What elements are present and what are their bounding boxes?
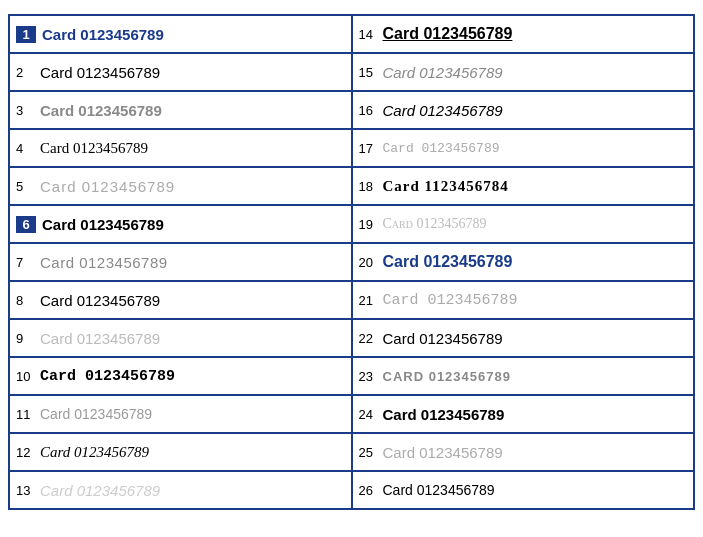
card-font-sample: Card 0123456789 (40, 482, 160, 499)
list-item: 3Card 0123456789 (10, 92, 353, 130)
card-font-sample: Card 0123456789 (383, 444, 503, 461)
card-font-sample: Card 0123456789 (383, 141, 500, 156)
item-number: 1 (16, 26, 36, 43)
list-item: 7Card 0123456789 (10, 244, 353, 282)
item-number: 19 (359, 217, 377, 232)
item-number: 5 (16, 179, 34, 194)
item-number: 14 (359, 27, 377, 42)
item-number: 6 (16, 216, 36, 233)
list-item: 2Card 0123456789 (10, 54, 353, 92)
card-font-sample: Card 0123456789 (40, 406, 152, 422)
item-number: 23 (359, 369, 377, 384)
card-font-sample: Card 0123456789 (40, 64, 160, 81)
list-item: 18Card 1123456784 (353, 168, 696, 206)
list-item: 13Card 0123456789 (10, 472, 353, 510)
list-item: 6Card 0123456789 (10, 206, 353, 244)
list-item: 19Card 0123456789 (353, 206, 696, 244)
list-item: 9Card 0123456789 (10, 320, 353, 358)
list-item: 10Card 0123456789 (10, 358, 353, 396)
list-item: 11Card 0123456789 (10, 396, 353, 434)
item-number: 21 (359, 293, 377, 308)
card-font-sample: Card 0123456789 (40, 178, 175, 195)
list-item: 20Card 0123456789 (353, 244, 696, 282)
item-number: 16 (359, 103, 377, 118)
card-font-sample: Card 1123456784 (383, 178, 509, 195)
list-item: 17Card 0123456789 (353, 130, 696, 168)
list-item: 8Card 0123456789 (10, 282, 353, 320)
list-item: 25Card 0123456789 (353, 434, 696, 472)
item-number: 17 (359, 141, 377, 156)
list-item: 26Card 0123456789 (353, 472, 696, 510)
font-grid: 1Card 012345678914Card 01234567892Card 0… (8, 14, 695, 510)
card-font-sample: Card 0123456789 (42, 216, 164, 233)
card-font-sample: Card 0123456789 (40, 254, 168, 271)
card-font-sample: Card 0123456789 (383, 64, 503, 81)
list-item: 14Card 0123456789 (353, 16, 696, 54)
card-font-sample: Card 0123456789 (40, 292, 160, 309)
card-font-sample: Card 0123456789 (383, 25, 513, 43)
list-item: 15Card 0123456789 (353, 54, 696, 92)
item-number: 9 (16, 331, 34, 346)
list-item: 1Card 0123456789 (10, 16, 353, 54)
item-number: 15 (359, 65, 377, 80)
item-number: 3 (16, 103, 34, 118)
card-font-sample: Card 0123456789 (383, 292, 518, 309)
list-item: 23CARD 0123456789 (353, 358, 696, 396)
card-font-sample: CARD 0123456789 (383, 369, 511, 384)
list-item: 4Card 0123456789 (10, 130, 353, 168)
card-font-sample: Card 0123456789 (40, 368, 175, 385)
card-font-sample: Card 0123456789 (40, 330, 160, 347)
item-number: 25 (359, 445, 377, 460)
card-font-sample: Card 0123456789 (383, 406, 505, 423)
list-item: 21Card 0123456789 (353, 282, 696, 320)
item-number: 7 (16, 255, 34, 270)
card-font-sample: Card 0123456789 (383, 330, 503, 347)
item-number: 10 (16, 369, 34, 384)
list-item: 16Card 0123456789 (353, 92, 696, 130)
list-item: 5Card 0123456789 (10, 168, 353, 206)
item-number: 2 (16, 65, 34, 80)
item-number: 4 (16, 141, 34, 156)
item-number: 20 (359, 255, 377, 270)
item-number: 24 (359, 407, 377, 422)
list-item: 22Card 0123456789 (353, 320, 696, 358)
item-number: 13 (16, 483, 34, 498)
card-font-sample: Card 0123456789 (42, 26, 164, 43)
card-font-sample: Card 0123456789 (40, 102, 162, 119)
item-number: 18 (359, 179, 377, 194)
card-font-sample: Card 0123456789 (40, 444, 149, 461)
item-number: 26 (359, 483, 377, 498)
card-font-sample: Card 0123456789 (383, 102, 503, 119)
card-font-sample: Card 0123456789 (383, 253, 513, 271)
item-number: 22 (359, 331, 377, 346)
item-number: 11 (16, 407, 34, 422)
list-item: 24Card 0123456789 (353, 396, 696, 434)
card-font-sample: Card 0123456789 (40, 140, 148, 157)
card-font-sample: Card 0123456789 (383, 482, 495, 498)
card-font-sample: Card 0123456789 (383, 216, 487, 232)
item-number: 12 (16, 445, 34, 460)
item-number: 8 (16, 293, 34, 308)
list-item: 12Card 0123456789 (10, 434, 353, 472)
